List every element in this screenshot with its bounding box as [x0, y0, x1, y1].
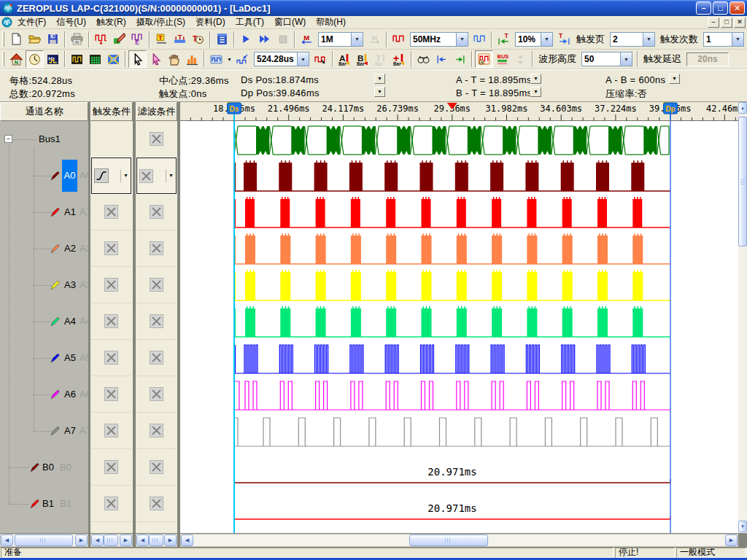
- filter-cell-b1[interactable]: [136, 486, 177, 522]
- trigger-count-combo[interactable]: 1▼: [703, 32, 744, 47]
- channel-names-scrollbar[interactable]: ◀▶: [0, 534, 88, 547]
- bus-setup-button[interactable]: E: [128, 31, 147, 48]
- channel-row-a4[interactable]: A4A4: [0, 303, 88, 340]
- a-bar-button[interactable]: ABar: [336, 50, 354, 68]
- scroll-down-button[interactable]: ▼: [738, 521, 747, 532]
- scroll-right-button[interactable]: ▶: [75, 534, 88, 546]
- dp-flag[interactable]: Dp: [663, 102, 678, 114]
- trigger-page-combo[interactable]: 2▼: [610, 32, 655, 47]
- mdi-restore-button[interactable]: □: [721, 18, 732, 28]
- filter-cell-a7[interactable]: [136, 413, 177, 449]
- filter-cell-a1[interactable]: [136, 194, 177, 230]
- bus-analyzer-button[interactable]: [213, 31, 231, 48]
- wave-display-mode-button[interactable]: [207, 50, 225, 68]
- waveform-display[interactable]: 20.971ms20.971ms: [180, 121, 738, 533]
- scroll-left-button[interactable]: ◀: [91, 534, 104, 546]
- menu-item-t[interactable]: 工具(T): [231, 15, 269, 29]
- trigger-column-scrollbar[interactable]: ◀▶: [90, 534, 133, 547]
- scroll-thumb[interactable]: [104, 534, 118, 546]
- channel-row-b0[interactable]: B0B0: [0, 449, 88, 486]
- updown-button[interactable]: [511, 50, 530, 68]
- multi-select-button[interactable]: [147, 50, 165, 68]
- pointer-button[interactable]: [128, 50, 147, 68]
- restore-button[interactable]: □: [713, 1, 728, 15]
- memory-depth-combo[interactable]: 1M▼: [318, 32, 363, 47]
- chevron-down-icon[interactable]: ▼: [643, 33, 654, 46]
- trigger-cell-a5[interactable]: [91, 340, 131, 376]
- menu-item-u[interactable]: 信号(U): [51, 15, 91, 29]
- scroll-left-button[interactable]: ◀: [1, 534, 13, 546]
- info-dropdown-button[interactable]: ▼: [530, 87, 541, 97]
- zoom-revert-button[interactable]: [311, 50, 330, 68]
- t-bar-button[interactable]: TBar: [372, 50, 390, 68]
- channel-row-a0[interactable]: A0A0: [0, 158, 88, 194]
- info-dropdown-button[interactable]: ▼: [669, 74, 680, 84]
- print-button[interactable]: [68, 31, 86, 48]
- mdi-minimize-button[interactable]: –: [708, 18, 719, 28]
- save-file-button[interactable]: [44, 31, 62, 48]
- waveform-area[interactable]: 18.875ms21.496ms24.117ms26.739ms29.36ms3…: [180, 102, 738, 533]
- find-button[interactable]: [414, 50, 433, 68]
- scroll-up-button[interactable]: ▲: [738, 102, 747, 114]
- open-file-button[interactable]: [26, 31, 44, 48]
- menu-item-f[interactable]: 文件(F): [12, 15, 51, 29]
- menu-item-s[interactable]: 摄取/停止(S): [131, 15, 190, 29]
- sample-freq-blue-button[interactable]: [471, 31, 489, 48]
- memory-page-prev-button[interactable]: M: [298, 31, 316, 48]
- trigger-cell-a2[interactable]: [91, 230, 131, 267]
- trigger-cell-a6[interactable]: [91, 376, 131, 413]
- scroll-thumb[interactable]: [149, 534, 163, 546]
- filter-cell-a6[interactable]: [136, 376, 177, 413]
- close-button[interactable]: ✕: [729, 1, 745, 15]
- trigger-cell-a4[interactable]: [91, 303, 131, 340]
- trigger-bar-button[interactable]: T: [171, 31, 189, 48]
- channel-row-a1[interactable]: A1A1: [0, 194, 88, 230]
- chevron-down-icon[interactable]: ▼: [120, 169, 128, 182]
- channel-row-a3[interactable]: A3A3: [0, 267, 88, 303]
- memory-page-next-button[interactable]: M: [365, 31, 384, 48]
- chevron-down-icon[interactable]: ▼: [456, 33, 468, 46]
- chevron-down-icon[interactable]: ▼: [732, 33, 743, 46]
- toolbar-grip[interactable]: [2, 52, 4, 66]
- zoom-range-button[interactable]: [233, 50, 252, 68]
- vertical-scroll-thumb[interactable]: [738, 117, 747, 246]
- filter-cell-a2[interactable]: [136, 230, 177, 267]
- tree-collapse-icon[interactable]: −: [4, 135, 12, 143]
- channel-selected-highlight[interactable]: A0: [62, 160, 77, 192]
- channel-row-a6[interactable]: A6A6: [0, 376, 88, 413]
- trigger-cell-a3[interactable]: [91, 267, 131, 303]
- scroll-left-button[interactable]: ◀: [136, 534, 149, 546]
- pulse-width-clock-button[interactable]: [475, 50, 493, 68]
- b-bar-button[interactable]: BBar: [354, 50, 372, 68]
- add-bar-button[interactable]: +Bar: [390, 50, 409, 68]
- vertical-scrollbar[interactable]: ▲ ▼: [738, 102, 747, 533]
- trigger-cell-b0[interactable]: [91, 449, 131, 486]
- trigger-cell-a7[interactable]: [91, 413, 131, 449]
- toolbar-grip[interactable]: [2, 32, 4, 47]
- clock-button[interactable]: [26, 50, 44, 68]
- frequency-display-button[interactable]: Hz: [44, 50, 62, 68]
- trigger-pos-right-button[interactable]: T: [555, 31, 573, 48]
- run-repeat-button[interactable]: [255, 31, 274, 48]
- filter-cell-a0[interactable]: ▼: [136, 158, 177, 194]
- ds-flag[interactable]: Ds: [227, 102, 241, 114]
- menu-item-r[interactable]: 触发(R): [91, 15, 131, 29]
- wave-height-combo[interactable]: 50▼: [581, 52, 632, 66]
- time-ruler[interactable]: 18.875ms21.496ms24.117ms26.739ms29.36ms3…: [180, 102, 738, 121]
- channel-row-bus1[interactable]: −Bus1: [0, 121, 88, 158]
- waveform-window-button[interactable]: [68, 50, 86, 68]
- navigator-button[interactable]: [104, 50, 123, 68]
- trigger-cell-bus1[interactable]: [91, 121, 131, 158]
- chevron-down-icon[interactable]: ▼: [620, 52, 632, 66]
- info-dropdown-button[interactable]: ▼: [374, 74, 385, 84]
- info-dropdown-button[interactable]: ▼: [374, 87, 385, 97]
- run-single-button[interactable]: [237, 31, 255, 48]
- filter-cell-bus1[interactable]: [136, 121, 177, 158]
- channel-row-b1[interactable]: B1B1: [0, 486, 88, 522]
- filter-cell-a4[interactable]: [136, 303, 177, 340]
- channel-row-a2[interactable]: A2A2: [0, 230, 88, 267]
- listing-window-button[interactable]: [86, 50, 104, 68]
- stop-button[interactable]: [274, 31, 292, 48]
- trigger-delay-setup-button[interactable]: T: [189, 31, 207, 48]
- info-dropdown-button[interactable]: ▼: [530, 74, 541, 84]
